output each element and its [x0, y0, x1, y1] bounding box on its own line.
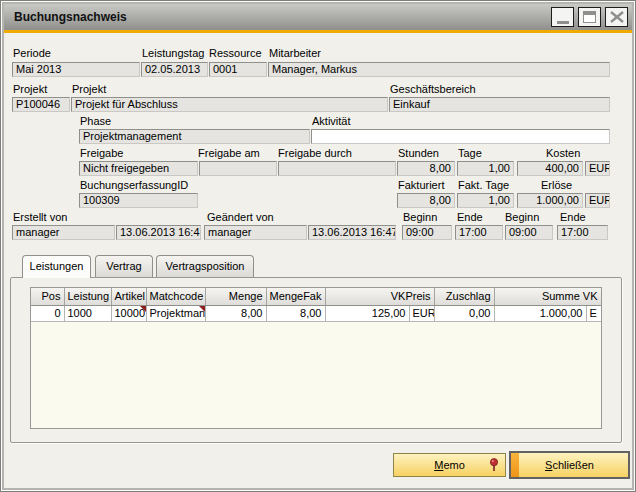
minimize-button[interactable]: [551, 7, 574, 27]
cell-artikel[interactable]: 10000: [111, 305, 146, 321]
mitarbeiter-label: Mitarbeiter: [269, 47, 321, 59]
fakt-tage-label: Fakt. Tage: [458, 179, 509, 191]
cell-matchcode[interactable]: Projektman: [146, 305, 205, 321]
col-header-summe-vk[interactable]: Summe VK: [494, 288, 601, 305]
freigabe-label: Freigabe: [80, 147, 123, 159]
ressource-label: Ressource: [209, 47, 262, 59]
table-row: 0 1000 10000 Projektman 8,: [31, 305, 601, 321]
memo-button[interactable]: Memo: [393, 453, 506, 477]
ende2-label: Ende: [560, 211, 586, 223]
geschaeftsbereich-field[interactable]: Einkauf: [389, 97, 610, 112]
periode-field[interactable]: Mai 2013: [12, 62, 140, 77]
projekt-name-field[interactable]: Projekt für Abschluss: [71, 97, 388, 112]
erloese-label: Erlöse: [541, 179, 572, 191]
cell-menge[interactable]: 8,00: [205, 305, 266, 321]
cell-pos[interactable]: 0: [31, 305, 64, 321]
close-button[interactable]: [605, 7, 628, 27]
beginn1-label: Beginn: [403, 211, 437, 223]
geaendert-von-field[interactable]: manager: [204, 225, 307, 240]
col-header-matchcode[interactable]: Matchcode: [146, 288, 205, 305]
aktivitaet-field[interactable]: [311, 129, 610, 144]
ende2-field[interactable]: 17:00: [557, 225, 608, 240]
fakt-tage-field[interactable]: 1,00: [457, 193, 514, 208]
ende1-label: Ende: [457, 211, 483, 223]
pin-icon: [489, 458, 499, 472]
freigabe-durch-label: Freigabe durch: [278, 147, 352, 159]
projekt-name-label: Projekt: [72, 83, 106, 95]
cell-zuschlag[interactable]: 0,00: [434, 305, 494, 321]
maximize-icon: [583, 11, 596, 23]
drilldown-arrow-icon[interactable]: [140, 306, 146, 312]
col-header-leistung[interactable]: Leistung: [64, 288, 111, 305]
fakturiert-field[interactable]: 8,00: [397, 193, 455, 208]
col-header-zuschlag[interactable]: Zuschlag: [434, 288, 494, 305]
tab-vertragsposition[interactable]: Vertragsposition: [156, 255, 254, 277]
leistungstag-label: Leistungstag: [142, 47, 204, 59]
leistungen-table-area: Pos Leistung Artikel Matchcode Menge Men…: [30, 287, 602, 429]
default-button-indicator: [511, 453, 519, 477]
cell-vkpreis-currency[interactable]: EUR: [409, 305, 434, 321]
titlebar: Buchungsnachweis: [4, 4, 632, 30]
erloese-currency-field[interactable]: EUR: [585, 193, 610, 208]
freigabe-durch-field[interactable]: [278, 161, 396, 176]
tab-vertrag[interactable]: Vertrag: [95, 255, 153, 277]
col-header-menge[interactable]: Menge: [205, 288, 266, 305]
beginn2-field[interactable]: 09:00: [505, 225, 553, 240]
stunden-label: Stunden: [398, 147, 439, 159]
beginn1-field[interactable]: 09:00: [402, 225, 452, 240]
memo-button-label-rest: emo: [443, 459, 464, 471]
cell-summe-vk[interactable]: 1.000,00: [494, 305, 586, 321]
erstellt-von-field[interactable]: manager: [12, 225, 115, 240]
ende1-field[interactable]: 17:00: [455, 225, 503, 240]
freigabe-am-field[interactable]: [199, 161, 277, 176]
leistungstag-field[interactable]: 02.05.2013: [141, 62, 208, 77]
schliessen-button[interactable]: Schließen: [509, 451, 630, 479]
freigabe-am-label: Freigabe am: [198, 147, 260, 159]
kosten-field[interactable]: 400,00: [517, 161, 583, 176]
window-inner: Buchungsnachweis Periode L: [4, 4, 632, 488]
beginn2-label: Beginn: [505, 211, 539, 223]
phase-field[interactable]: Projektmanagement: [79, 129, 310, 144]
mitarbeiter-field[interactable]: Manager, Markus: [268, 62, 610, 77]
projekt-code-label: Projekt: [13, 83, 47, 95]
buchungserfassungid-field[interactable]: 100309: [79, 193, 198, 208]
tage-label: Tage: [458, 147, 482, 159]
tab-leistungen[interactable]: Leistungen: [22, 255, 91, 278]
fakturiert-label: Fakturiert: [398, 179, 444, 191]
col-header-artikel[interactable]: Artikel: [111, 288, 146, 305]
tage-field[interactable]: 1,00: [457, 161, 514, 176]
cell-summe-vk-currency[interactable]: E: [586, 305, 601, 321]
close-icon: [610, 11, 624, 23]
kosten-label: Kosten: [546, 147, 580, 159]
erloese-field[interactable]: 1.000,00: [517, 193, 583, 208]
erstellt-von-label: Erstellt von: [13, 211, 67, 223]
cell-matchcode-value: Projektman: [150, 307, 206, 319]
maximize-button[interactable]: [578, 7, 601, 27]
minimize-icon: [557, 21, 569, 24]
geaendert-von-label: Geändert von: [207, 211, 274, 223]
window-controls: [551, 7, 628, 27]
freigabe-field[interactable]: Nicht freigegeben: [79, 161, 198, 176]
erstellt-datum-field[interactable]: 13.06.2013 16:47: [116, 225, 201, 240]
leistungen-table: Pos Leistung Artikel Matchcode Menge Men…: [31, 288, 602, 322]
memo-button-label: M: [434, 459, 443, 471]
col-header-mengefak[interactable]: MengeFak: [266, 288, 325, 305]
ressource-field[interactable]: 0001: [209, 62, 267, 77]
form-content: Periode Leistungstag Ressource Mitarbeit…: [4, 33, 632, 488]
periode-label: Periode: [13, 47, 51, 59]
stunden-field[interactable]: 8,00: [397, 161, 455, 176]
buchungserfassungid-label: BuchungserfassungID: [80, 179, 188, 191]
drilldown-arrow-icon[interactable]: [199, 306, 205, 312]
cell-leistung[interactable]: 1000: [64, 305, 111, 321]
col-header-pos[interactable]: Pos: [31, 288, 64, 305]
aktivitaet-label: Aktivität: [312, 115, 351, 127]
geaendert-datum-field[interactable]: 13.06.2013 16:47: [308, 225, 396, 240]
projekt-code-field[interactable]: P100046: [12, 97, 70, 112]
cell-mengefak[interactable]: 8,00: [266, 305, 325, 321]
window-title: Buchungsnachweis: [14, 10, 551, 24]
cell-vkpreis[interactable]: 125,00: [325, 305, 409, 321]
tab-panel: Pos Leistung Artikel Matchcode Menge Men…: [10, 277, 622, 443]
phase-label: Phase: [80, 115, 111, 127]
kosten-currency-field[interactable]: EUR: [585, 161, 610, 176]
col-header-vkpreis[interactable]: VKPreis: [325, 288, 434, 305]
